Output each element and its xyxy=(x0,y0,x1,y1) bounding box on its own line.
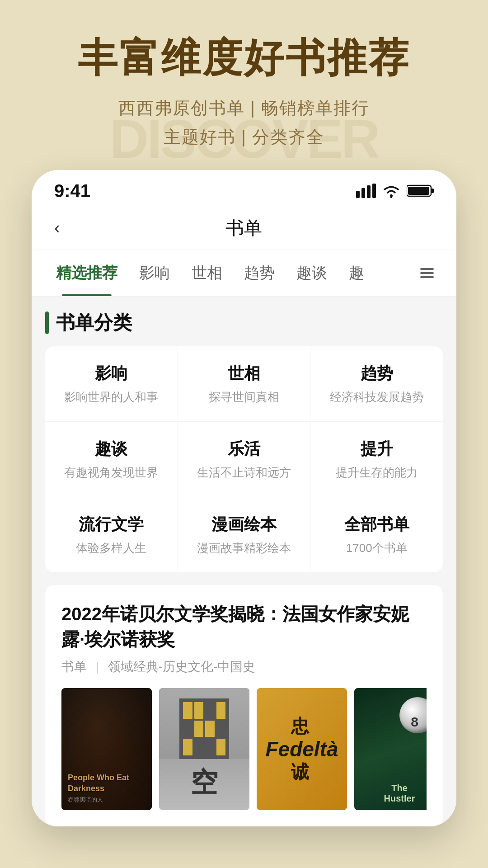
category-row-2: 趣谈 有趣视角发现世界 乐活 生活不止诗和远方 提升 提升生存的能力 xyxy=(45,422,443,497)
nav-bar: ‹ 书单 xyxy=(32,207,456,250)
tab-trends[interactable]: 趋势 xyxy=(233,250,286,296)
books-row: People Who Eat Darkness 吞噬黑暗的人 xyxy=(61,688,427,810)
book-cover-4[interactable]: 8 TheHustler xyxy=(354,688,427,810)
svg-rect-1 xyxy=(361,188,365,198)
status-icons xyxy=(356,184,434,198)
category-row-3: 流行文学 体验多样人生 漫画绘本 漫画故事精彩绘本 全部书单 1700个书单 xyxy=(45,497,443,572)
tab-more-button[interactable] xyxy=(411,255,443,291)
svg-rect-6 xyxy=(431,189,434,193)
category-grid: 影响 影响世界的人和事 世相 探寻世间真相 趋势 经济科技发展趋势 趣谈 有趣视… xyxy=(45,346,443,572)
back-button[interactable]: ‹ xyxy=(54,218,60,238)
status-bar: 9:41 xyxy=(32,170,456,207)
svg-rect-0 xyxy=(356,191,360,198)
svg-point-4 xyxy=(390,194,393,197)
section-bar-decoration xyxy=(45,311,49,334)
content-area: 书单分类 影响 影响世界的人和事 世相 探寻世间真相 趋势 经济科技发展趋势 xyxy=(32,297,456,826)
category-all[interactable]: 全部书单 1700个书单 xyxy=(310,497,443,572)
category-improvement[interactable]: 提升 提升生存的能力 xyxy=(310,422,443,497)
category-worldview[interactable]: 世相 探寻世间真相 xyxy=(178,346,311,421)
book-cover-2[interactable]: 空 xyxy=(159,688,249,810)
phone-mockup: 9:41 ‹ 书单 xyxy=(32,170,456,826)
category-influence[interactable]: 影响 影响世界的人和事 xyxy=(45,346,178,421)
svg-rect-3 xyxy=(372,184,376,198)
section-header: 书单分类 xyxy=(45,310,443,335)
promo-title: 丰富维度好书推荐 xyxy=(27,36,461,80)
tab-selected-recommendations[interactable]: 精选推荐 xyxy=(45,250,128,296)
category-lifestyle[interactable]: 乐活 生活不止诗和远方 xyxy=(178,422,311,497)
svg-rect-2 xyxy=(367,185,371,198)
section-title: 书单分类 xyxy=(56,310,132,335)
category-trends[interactable]: 趋势 经济科技发展趋势 xyxy=(310,346,443,421)
wifi-icon xyxy=(382,184,400,198)
promo-section: DISCOVER 丰富维度好书推荐 西西弗原创书单 | 畅销榜单排行 主题好书 … xyxy=(0,0,488,170)
featured-meta: 书单 | 领域经典-历史文化-中国史 xyxy=(61,658,427,675)
category-row-1: 影响 影响世界的人和事 世相 探寻世间真相 趋势 经济科技发展趋势 xyxy=(45,346,443,422)
category-fiction[interactable]: 流行文学 体验多样人生 xyxy=(45,497,178,572)
status-time: 9:41 xyxy=(54,181,90,201)
tab-interesting[interactable]: 趣谈 xyxy=(286,250,338,296)
signal-icon xyxy=(356,184,376,198)
book-cover-3[interactable]: 忠 Fedeltà 诚 xyxy=(257,688,347,810)
tab-worldview[interactable]: 世相 xyxy=(181,250,233,296)
svg-rect-7 xyxy=(408,187,429,195)
category-fun-talk[interactable]: 趣谈 有趣视角发现世界 xyxy=(45,422,178,497)
tab-partial[interactable]: 趣 xyxy=(338,250,375,296)
nav-title: 书单 xyxy=(226,216,262,241)
book-cover-1[interactable]: People Who Eat Darkness 吞噬黑暗的人 xyxy=(61,688,152,810)
promo-watermark: DISCOVER xyxy=(0,108,488,170)
category-manga[interactable]: 漫画绘本 漫画故事精彩绘本 xyxy=(178,497,311,572)
battery-icon xyxy=(407,184,434,198)
featured-title: 2022年诺贝尔文学奖揭晓：法国女作家安妮露·埃尔诺获奖 xyxy=(61,601,427,652)
tab-bar: 精选推荐 影响 世相 趋势 趣谈 趣 xyxy=(32,250,456,297)
featured-card[interactable]: 2022年诺贝尔文学奖揭晓：法国女作家安妮露·埃尔诺获奖 书单 | 领域经典-历… xyxy=(45,585,443,826)
tab-influence[interactable]: 影响 xyxy=(128,250,181,296)
